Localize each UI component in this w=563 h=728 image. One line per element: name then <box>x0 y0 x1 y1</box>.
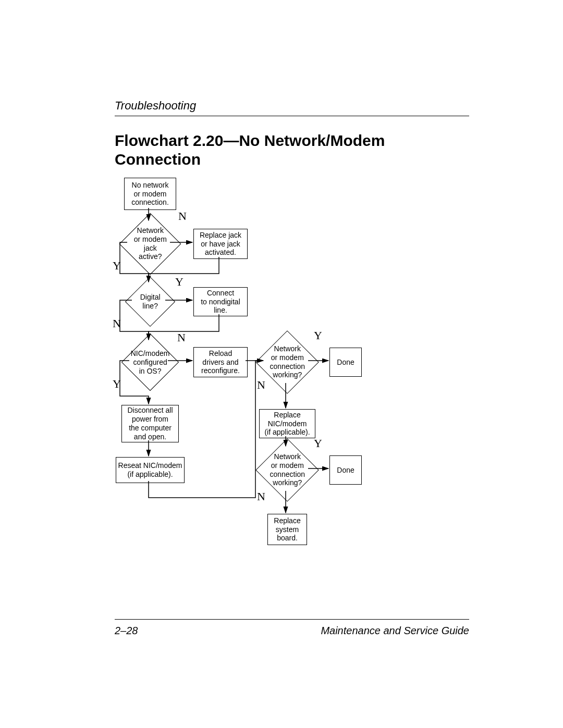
guide-name: Maintenance and Service Guide <box>321 625 469 637</box>
page-number: 2–28 <box>115 625 138 637</box>
page-footer: 2–28 Maintenance and Service Guide <box>115 619 469 637</box>
